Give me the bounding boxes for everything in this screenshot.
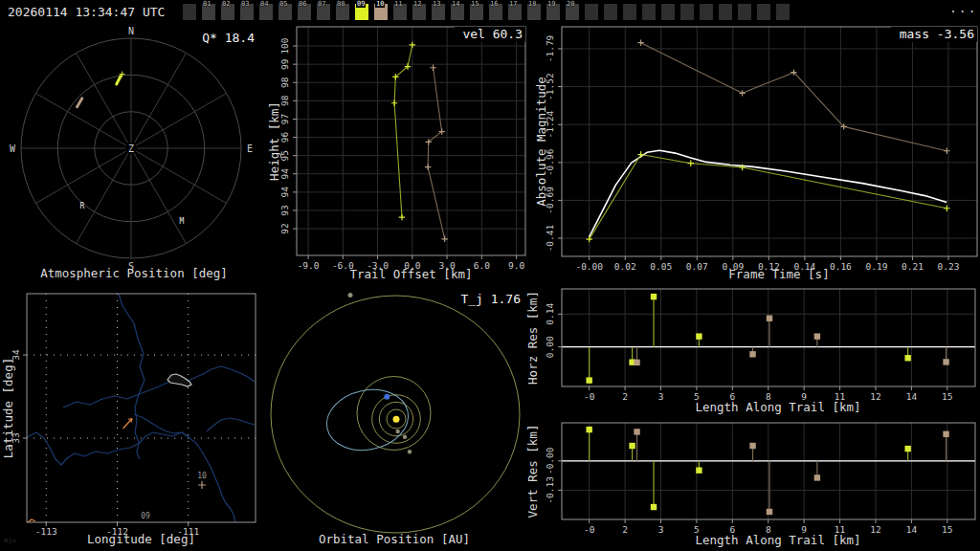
y-axis-label: Vert Res [km] bbox=[525, 425, 540, 518]
x-axis-label: Frame Time [s] bbox=[728, 267, 829, 281]
frame-label-04: 04 bbox=[260, 0, 268, 8]
river-line bbox=[119, 294, 145, 459]
jupiter-dot bbox=[348, 293, 353, 298]
y-tick-label: 93 bbox=[279, 205, 290, 215]
residual-marker-tan bbox=[749, 351, 755, 357]
polar-spoke bbox=[136, 151, 226, 204]
frame-label-19: 19 bbox=[547, 0, 555, 8]
frame-box-pre[interactable] bbox=[183, 4, 196, 20]
residual-marker-yellow bbox=[696, 333, 702, 339]
map-frame-marker bbox=[198, 481, 206, 489]
x-tick-label: 6.0 bbox=[474, 260, 490, 271]
y-tick-label: -0.13 bbox=[545, 476, 555, 504]
map-content: 1009 bbox=[27, 294, 256, 522]
x-tick-label: -113 bbox=[35, 526, 57, 537]
frame-label-08: 08 bbox=[337, 0, 345, 8]
mass-badge: mass -3.56 bbox=[900, 27, 974, 41]
frame-strip: 0102030405060708091011121314151617181920 bbox=[0, 0, 980, 25]
frame-label-03: 03 bbox=[241, 0, 249, 8]
marker-plus bbox=[688, 160, 694, 165]
frame-label-05: 05 bbox=[279, 0, 287, 8]
y-tick-label: -1.79 bbox=[545, 34, 555, 62]
frame-box-post[interactable] bbox=[776, 4, 790, 20]
residual-marker-yellow bbox=[586, 377, 591, 383]
x-tick-label: 12 bbox=[870, 391, 880, 402]
x-axis-label: Length Along Trail [km] bbox=[695, 400, 860, 414]
x-axis-label: Trail Offset [km] bbox=[350, 267, 473, 281]
x-tick-label: -0.00 bbox=[575, 261, 603, 272]
y-tick-label: 92 bbox=[279, 223, 290, 233]
frame-box-post[interactable] bbox=[719, 4, 732, 20]
series-line-station-1-lightcurve bbox=[590, 155, 947, 240]
residual-marker-tan bbox=[814, 333, 820, 339]
x-tick-label: 14 bbox=[906, 391, 918, 402]
compass-e: E bbox=[247, 143, 253, 154]
overflow-menu-button[interactable]: ... bbox=[949, 1, 977, 15]
frame-label-12: 12 bbox=[413, 0, 421, 8]
x-tick-label: -0 bbox=[584, 524, 595, 535]
marker-plus bbox=[587, 236, 592, 242]
residual-marker-yellow bbox=[651, 504, 657, 510]
frame-label-10: 10 bbox=[375, 0, 385, 8]
frame-label-01: 01 bbox=[203, 0, 211, 8]
frame-box-post[interactable] bbox=[738, 4, 751, 20]
x-tick-label: 0.05 bbox=[650, 261, 672, 272]
zenith-label: Z bbox=[128, 143, 134, 154]
frame-box-post[interactable] bbox=[757, 4, 770, 20]
residual-marker-tan bbox=[634, 429, 639, 434]
horizontal-residuals-panel: -0235689111214150.140.00Length Along Tra… bbox=[525, 289, 975, 414]
polar-spoke bbox=[35, 151, 125, 204]
series-line-station-1-trail bbox=[394, 45, 412, 217]
plot-frame bbox=[562, 27, 977, 256]
height-profile-panel: -9.0-6.0-3.00.03.06.09.01009998989796959… bbox=[267, 27, 525, 281]
compass-n: N bbox=[128, 26, 134, 36]
residual-marker-tan bbox=[943, 359, 948, 364]
y-axis-label: Height [km] bbox=[267, 101, 281, 181]
marker-plus bbox=[944, 206, 949, 211]
vertical-residuals-panel: -023568911121415-0.00-0.13Length Along T… bbox=[525, 423, 975, 547]
sun-dot bbox=[393, 416, 400, 423]
residual-marker-yellow bbox=[904, 355, 910, 361]
x-tick-label: 15 bbox=[942, 524, 952, 535]
lake-outline bbox=[167, 374, 191, 386]
frame-box-post[interactable] bbox=[680, 4, 694, 20]
residual-marker-yellow bbox=[586, 427, 591, 432]
marker-plus bbox=[637, 39, 643, 45]
y-tick-label: 94 bbox=[279, 187, 290, 198]
residual-marker-tan bbox=[943, 431, 948, 437]
frame-label-06: 06 bbox=[299, 0, 306, 8]
frame-box-post[interactable] bbox=[700, 4, 713, 20]
map-frame-label-10: 10 bbox=[197, 472, 207, 480]
series-line-fit-curve bbox=[590, 150, 947, 236]
dashboard-canvas: NESWZRMQ* 18.4Atmospheric Position [deg]… bbox=[0, 0, 980, 551]
polar-spoke bbox=[77, 153, 129, 243]
residual-marker-tan bbox=[767, 509, 772, 515]
x-tick-label: 0.02 bbox=[614, 261, 636, 272]
series-line-station-2-trail bbox=[428, 68, 445, 239]
x-tick-label: 3 bbox=[658, 391, 664, 402]
y-tick-label: 100 bbox=[279, 37, 290, 54]
frame-label-15: 15 bbox=[471, 0, 479, 8]
y-axis-label: Latitude [deg] bbox=[1, 358, 15, 458]
marker-plus bbox=[425, 164, 431, 169]
frame-label-13: 13 bbox=[433, 0, 440, 8]
panel-badge-q: Q* 18.4 bbox=[202, 31, 255, 45]
residual-marker-tan bbox=[814, 474, 820, 480]
frame-box-post[interactable] bbox=[661, 4, 675, 20]
frame-box-post[interactable] bbox=[623, 4, 636, 20]
meteor-trail-yellow bbox=[117, 77, 121, 84]
residual-marker-yellow bbox=[904, 446, 910, 452]
series-line-station-2-lightcurve bbox=[641, 43, 947, 151]
station-label-R: R bbox=[80, 202, 85, 210]
meteoroid-orbit bbox=[321, 383, 413, 458]
frame-box-post[interactable] bbox=[642, 4, 656, 20]
x-tick-label: 0.07 bbox=[686, 261, 708, 272]
x-tick-label: 9.0 bbox=[508, 260, 524, 271]
x-axis-label: Length Along Trail [km] bbox=[695, 533, 860, 547]
residual-marker-yellow bbox=[696, 467, 702, 473]
x-tick-label: 0.16 bbox=[830, 261, 852, 272]
frame-box-post[interactable] bbox=[604, 4, 617, 20]
frame-box-post[interactable] bbox=[585, 4, 598, 20]
frame-label-14: 14 bbox=[452, 0, 459, 8]
y-tick-label: -0.00 bbox=[545, 447, 555, 474]
